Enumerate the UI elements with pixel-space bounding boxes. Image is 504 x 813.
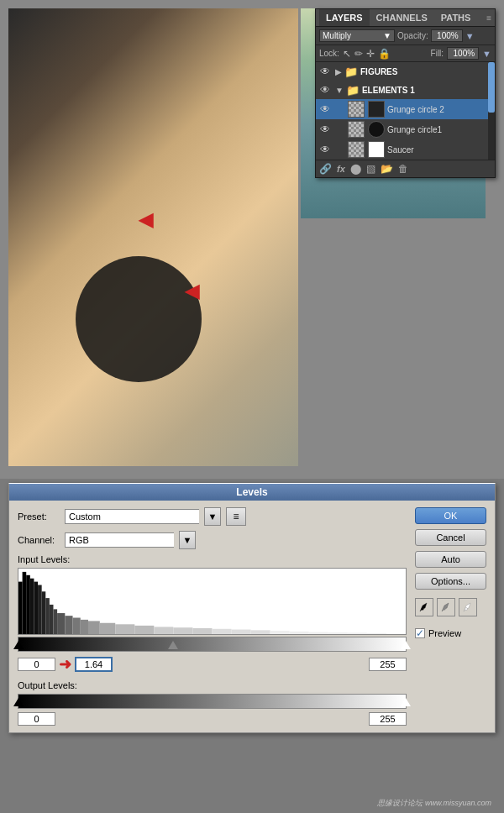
- link-icon[interactable]: 🔗: [319, 163, 332, 175]
- svg-rect-5: [38, 585, 42, 635]
- thumb-saucer: [348, 141, 365, 158]
- channel-dropdown-btn[interactable]: ▼: [179, 531, 196, 549]
- svg-rect-19: [173, 627, 192, 634]
- svg-rect-22: [232, 630, 251, 634]
- delete-icon[interactable]: 🗑: [398, 163, 408, 175]
- svg-point-31: [422, 608, 424, 611]
- fill-arrow: ▼: [482, 49, 491, 59]
- channel-select[interactable]: RGB: [65, 532, 174, 548]
- svg-rect-2: [26, 575, 30, 634]
- arrow-elements1[interactable]: ▼: [335, 86, 344, 95]
- svg-rect-20: [192, 628, 212, 634]
- scroll-thumb[interactable]: [488, 62, 495, 113]
- eye-elements1[interactable]: 👁: [319, 84, 331, 96]
- svg-rect-18: [154, 627, 173, 634]
- eyedropper-white-btn[interactable]: [459, 598, 477, 616]
- svg-rect-14: [88, 621, 100, 634]
- svg-point-33: [465, 608, 468, 611]
- preset-dropdown-btn[interactable]: ▼: [204, 507, 221, 526]
- eye-grunge1[interactable]: 👁: [319, 123, 331, 135]
- eye-figures[interactable]: 👁: [319, 66, 331, 77]
- opacity-label: Opacity:: [397, 31, 428, 40]
- auto-button[interactable]: Auto: [415, 551, 486, 568]
- svg-rect-30: [386, 633, 406, 634]
- cancel-button[interactable]: Cancel: [415, 529, 486, 546]
- svg-rect-23: [251, 630, 270, 634]
- layer-row-grunge2[interactable]: 👁 Grunge circle 2: [316, 99, 495, 119]
- layers-scrollbar[interactable]: [488, 62, 495, 160]
- input-gamma-handle[interactable]: [168, 641, 178, 649]
- svg-rect-24: [270, 631, 290, 634]
- lock-move-icon[interactable]: ✛: [366, 48, 375, 60]
- arrow-figures[interactable]: ▶: [335, 67, 342, 76]
- svg-rect-7: [45, 598, 50, 634]
- layers-tabs: LAYERS CHANNELS PATHS ≡: [316, 9, 495, 27]
- svg-rect-0: [18, 582, 23, 634]
- input-min-field[interactable]: [18, 658, 55, 671]
- input-max-field[interactable]: [369, 658, 407, 671]
- tab-layers[interactable]: LAYERS: [319, 9, 370, 26]
- svg-rect-29: [367, 633, 386, 634]
- input-gamma-field[interactable]: [75, 657, 113, 672]
- preview-checkbox[interactable]: [415, 628, 425, 638]
- preset-dropdown-icon: ▼: [208, 511, 218, 522]
- adjustment-icon[interactable]: ▧: [366, 163, 375, 175]
- layer-name-saucer: Saucer: [387, 145, 491, 155]
- lock-padlock-icon[interactable]: 🔒: [378, 48, 391, 60]
- preset-settings-btn[interactable]: ≡: [226, 507, 246, 526]
- layer-row-saucer[interactable]: 👁 Saucer: [316, 139, 495, 160]
- levels-left-panel: Preset: Custom ▼ ≡ Channel: RGB ▼: [18, 507, 407, 726]
- eye-saucer[interactable]: 👁: [319, 144, 331, 155]
- svg-rect-1: [23, 572, 27, 634]
- lock-brush-icon[interactable]: ✏: [354, 48, 363, 60]
- svg-rect-10: [57, 613, 65, 634]
- levels-titlebar: Levels: [9, 484, 495, 501]
- fill-value[interactable]: 100%: [447, 47, 479, 60]
- ok-button[interactable]: OK: [415, 507, 486, 524]
- blend-mode-select[interactable]: Multiply ▼: [319, 29, 395, 42]
- preset-select[interactable]: Custom: [65, 509, 199, 524]
- svg-rect-13: [81, 620, 88, 634]
- fill-label: Fill:: [431, 49, 444, 58]
- svg-rect-8: [50, 605, 54, 634]
- opacity-value[interactable]: 100%: [431, 29, 463, 42]
- eye-grunge2[interactable]: 👁: [319, 103, 331, 115]
- input-white-handle[interactable]: [401, 641, 411, 649]
- input-arrow-indicator: ➜: [59, 655, 71, 674]
- folder-elements1: 📁: [346, 84, 360, 97]
- output-max-field[interactable]: [369, 712, 407, 726]
- circle-icon[interactable]: ⬤: [350, 163, 361, 175]
- svg-rect-25: [290, 632, 309, 634]
- eyedropper-row: [415, 598, 486, 616]
- svg-point-32: [444, 608, 446, 611]
- levels-right-panel: OK Cancel Auto Options...: [415, 507, 486, 726]
- input-values-row: ➜: [18, 655, 407, 674]
- mask-grunge1: [368, 121, 385, 138]
- input-black-handle[interactable]: [13, 641, 24, 649]
- folder-new-icon[interactable]: 📂: [381, 163, 393, 175]
- fx-icon[interactable]: fx: [337, 164, 345, 174]
- layer-row-figures[interactable]: 👁 ▶ 📁 FIGURES: [316, 62, 495, 81]
- lock-arrow-icon[interactable]: ↖: [343, 48, 351, 60]
- output-min-field[interactable]: [18, 712, 55, 726]
- panel-menu-icon[interactable]: ≡: [486, 13, 491, 23]
- output-white-handle[interactable]: [401, 698, 411, 706]
- canvas-image: ◀ ◀: [8, 8, 298, 466]
- output-slider[interactable]: [18, 694, 407, 709]
- watermark: 思缘设计论坛 www.missyuan.com: [377, 798, 491, 809]
- tab-paths[interactable]: PATHS: [434, 9, 478, 26]
- preset-label: Preset:: [18, 511, 60, 522]
- eyedropper-black-btn[interactable]: [415, 598, 433, 616]
- eyedropper-gray-btn[interactable]: [437, 598, 455, 616]
- svg-rect-9: [53, 609, 57, 634]
- mask-saucer: [368, 141, 385, 158]
- layer-row-grunge1[interactable]: 👁 Grunge circle1: [316, 119, 495, 139]
- output-black-handle[interactable]: [13, 698, 24, 706]
- input-slider[interactable]: [18, 637, 407, 652]
- svg-rect-16: [115, 624, 134, 634]
- layer-name-elements1: ELEMENTS 1: [362, 86, 491, 95]
- tab-channels[interactable]: CHANNELS: [370, 9, 434, 26]
- preview-row: Preview: [415, 628, 486, 638]
- layer-row-elements1[interactable]: 👁 ▼ 📁 ELEMENTS 1: [316, 81, 495, 99]
- options-button[interactable]: Options...: [415, 573, 486, 590]
